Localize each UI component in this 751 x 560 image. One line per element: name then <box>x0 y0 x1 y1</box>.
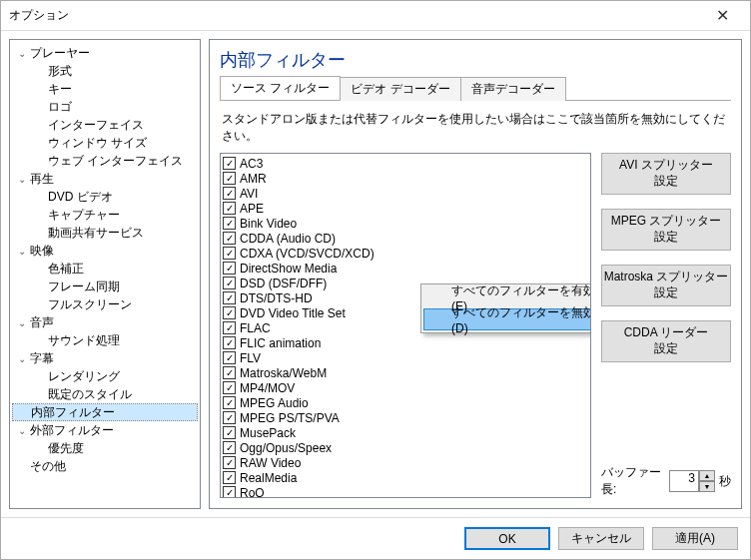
filter-item[interactable]: ✓Ogg/Opus/Speex <box>223 440 588 455</box>
checkbox-icon[interactable]: ✓ <box>223 366 236 379</box>
filter-label: DSD (DSF/DFF) <box>240 277 327 290</box>
tree-label: 再生 <box>28 171 54 188</box>
collapse-icon[interactable]: ⌄ <box>16 353 28 364</box>
filter-item[interactable]: ✓Matroska/WebM <box>223 365 588 380</box>
ctx-disable-all[interactable]: すべてのフィルターを無効にする(D) <box>423 308 591 330</box>
tree-item[interactable]: ⌄字幕 <box>12 349 198 367</box>
filter-item[interactable]: ✓RoQ <box>223 485 588 497</box>
filter-label: CDXA (VCD/SVCD/XCD) <box>240 247 375 261</box>
splitter-settings-button[interactable]: MPEG スプリッター設定 <box>601 209 731 251</box>
filter-item[interactable]: ✓FLIC animation <box>223 335 588 350</box>
tree-item[interactable]: 既定のスタイル <box>12 385 198 403</box>
buffer-spinner: 3 ▲ ▼ <box>669 470 715 492</box>
filter-item[interactable]: ✓RealMedia <box>223 470 588 485</box>
filter-item[interactable]: ✓AC3 <box>223 156 588 171</box>
checkbox-icon[interactable]: ✓ <box>223 217 236 230</box>
tree-item[interactable]: フレーム同期 <box>12 278 198 295</box>
tree-item[interactable]: ⌄外部フィルター <box>12 421 198 439</box>
checkbox-icon[interactable]: ✓ <box>223 157 236 170</box>
filter-item[interactable]: ✓APE <box>223 201 588 216</box>
tab[interactable]: ソース フィルター <box>220 76 341 100</box>
filter-item[interactable]: ✓MPEG Audio <box>223 395 588 410</box>
spin-down[interactable]: ▼ <box>699 481 715 492</box>
checkbox-icon[interactable]: ✓ <box>223 411 236 424</box>
checkbox-icon[interactable]: ✓ <box>223 471 236 484</box>
filter-item[interactable]: ✓MusePack <box>223 425 588 440</box>
checkbox-icon[interactable]: ✓ <box>223 262 236 275</box>
filter-label: Bink Video <box>240 217 297 231</box>
tab[interactable]: 音声デコーダー <box>460 77 566 101</box>
ok-button[interactable]: OK <box>464 527 550 550</box>
checkbox-icon[interactable]: ✓ <box>223 441 236 454</box>
cancel-button[interactable]: キャンセル <box>558 527 644 550</box>
filter-item[interactable]: ✓AMR <box>223 171 588 186</box>
tree-item[interactable]: ⌄再生 <box>12 170 198 188</box>
filter-label: DirectShow Media <box>240 262 337 276</box>
checkbox-icon[interactable]: ✓ <box>223 306 236 319</box>
checkbox-icon[interactable]: ✓ <box>223 336 236 349</box>
filter-item[interactable]: ✓MPEG PS/TS/PVA <box>223 410 588 425</box>
checkbox-icon[interactable]: ✓ <box>223 351 236 364</box>
collapse-icon[interactable]: ⌄ <box>16 317 28 328</box>
checkbox-icon[interactable]: ✓ <box>223 187 236 200</box>
tree-item[interactable]: キャプチャー <box>12 206 198 224</box>
splitter-settings-button[interactable]: AVI スプリッター設定 <box>601 153 731 195</box>
tree-label: その他 <box>28 458 66 475</box>
filter-item[interactable]: ✓DirectShow Media <box>223 261 588 276</box>
tree-label: インターフェイス <box>46 117 144 134</box>
tree-item[interactable]: ウィンドウ サイズ <box>12 134 198 152</box>
checkbox-icon[interactable]: ✓ <box>223 247 236 260</box>
tree-item[interactable]: フルスクリーン <box>12 295 198 313</box>
collapse-icon[interactable]: ⌄ <box>16 48 28 59</box>
splitter-settings-button[interactable]: Matroska スプリッター設定 <box>601 265 731 306</box>
tab-bar: ソース フィルタービデオ デコーダー音声デコーダー <box>220 76 731 101</box>
filter-item[interactable]: ✓Bink Video <box>223 216 588 231</box>
apply-button[interactable]: 適用(A) <box>652 527 738 550</box>
tree-item[interactable]: サウンド処理 <box>12 331 198 349</box>
tree-item[interactable]: 動画共有サービス <box>12 224 198 242</box>
options-tree[interactable]: ⌄プレーヤー形式キーロゴインターフェイスウィンドウ サイズウェブ インターフェイ… <box>9 39 201 509</box>
tree-item[interactable]: レンダリング <box>12 367 198 385</box>
tree-item[interactable]: ロゴ <box>12 98 198 116</box>
collapse-icon[interactable]: ⌄ <box>16 174 28 185</box>
tree-item[interactable]: DVD ビデオ <box>12 188 198 206</box>
tree-item[interactable]: インターフェイス <box>12 116 198 134</box>
checkbox-icon[interactable]: ✓ <box>223 396 236 409</box>
checkbox-icon[interactable]: ✓ <box>223 381 236 394</box>
filter-item[interactable]: ✓CDXA (VCD/SVCD/XCD) <box>223 246 588 261</box>
checkbox-icon[interactable]: ✓ <box>223 456 236 469</box>
checkbox-icon[interactable]: ✓ <box>223 426 236 439</box>
tree-item[interactable]: 優先度 <box>12 439 198 457</box>
tree-item[interactable]: ウェブ インターフェイス <box>12 152 198 170</box>
buffer-input[interactable]: 3 <box>669 470 699 492</box>
tree-item[interactable]: 色補正 <box>12 260 198 278</box>
tree-item[interactable]: キー <box>12 80 198 98</box>
filter-item[interactable]: ✓RAW Video <box>223 455 588 470</box>
filter-label: APE <box>240 202 264 216</box>
tree-item[interactable]: その他 <box>12 457 198 475</box>
tree-item[interactable]: ⌄音声 <box>12 313 198 331</box>
checkbox-icon[interactable]: ✓ <box>223 202 236 215</box>
checkbox-icon[interactable]: ✓ <box>223 232 236 245</box>
close-button[interactable]: ✕ <box>702 2 742 30</box>
splitter-settings-button[interactable]: CDDA リーダー設定 <box>601 320 731 362</box>
spin-up[interactable]: ▲ <box>699 470 715 481</box>
checkbox-icon[interactable]: ✓ <box>223 321 236 334</box>
collapse-icon[interactable]: ⌄ <box>16 246 28 257</box>
filter-item[interactable]: ✓FLV <box>223 350 588 365</box>
tree-item[interactable]: ⌄プレーヤー <box>12 44 198 62</box>
collapse-icon[interactable]: ⌄ <box>16 425 28 436</box>
filter-item[interactable]: ✓AVI <box>223 186 588 201</box>
checkbox-icon[interactable]: ✓ <box>223 291 236 304</box>
tree-item[interactable]: 形式 <box>12 62 198 80</box>
filter-item[interactable]: ✓MP4/MOV <box>223 380 588 395</box>
window-title: オプション <box>9 7 702 24</box>
checkbox-icon[interactable]: ✓ <box>223 486 236 497</box>
checkbox-icon[interactable]: ✓ <box>223 172 236 185</box>
tab[interactable]: ビデオ デコーダー <box>340 77 460 101</box>
filter-label: CDDA (Audio CD) <box>240 232 336 246</box>
tree-item[interactable]: 内部フィルター <box>12 403 198 421</box>
checkbox-icon[interactable]: ✓ <box>223 277 236 289</box>
tree-item[interactable]: ⌄映像 <box>12 242 198 260</box>
filter-item[interactable]: ✓CDDA (Audio CD) <box>223 231 588 246</box>
